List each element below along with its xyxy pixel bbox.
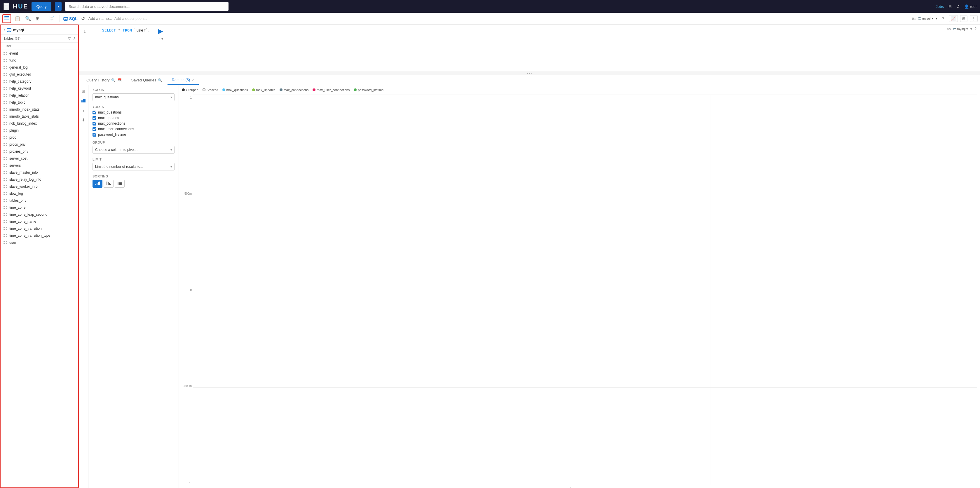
tab-saved-queries[interactable]: Saved Queries 🔍 <box>127 76 166 85</box>
filter-icon[interactable]: ▽ <box>68 37 71 41</box>
table-list-item[interactable]: func <box>1 57 78 64</box>
table-list-item[interactable]: user <box>1 239 78 246</box>
table-list-item[interactable]: innodb_table_stats <box>1 113 78 120</box>
legend-dot-icon <box>280 89 283 91</box>
table-list-item[interactable]: servers <box>1 162 78 169</box>
chart-view-button[interactable]: 📈 <box>949 15 958 22</box>
user-menu[interactable]: 👤 root <box>964 5 977 9</box>
back-arrow-icon[interactable]: ‹ <box>3 27 5 32</box>
v-grid-2 <box>711 95 711 485</box>
table-list-item[interactable]: server_cost <box>1 155 78 162</box>
jobs-link[interactable]: Jobs <box>936 5 944 9</box>
run-controls: ▶ ⊞▾ <box>158 27 163 41</box>
jobs-icon[interactable]: ⊞ <box>948 5 952 9</box>
output-toggle-button[interactable]: ⊞▾ <box>158 37 163 41</box>
table-list-item[interactable]: slow_log <box>1 190 78 197</box>
refresh-icon[interactable]: ↺ <box>72 37 75 41</box>
results-expand-icon[interactable]: ⤢ <box>192 78 195 82</box>
svg-rect-20 <box>120 183 121 185</box>
resize-divider[interactable]: • • • <box>79 71 980 75</box>
table-list-item[interactable]: general_log <box>1 64 78 71</box>
table-list-item[interactable]: proxies_priv <box>1 148 78 155</box>
top-nav: ☰ HUE Query ▾ Jobs ⊞ ↺ 👤 root <box>0 0 980 13</box>
svg-rect-0 <box>5 16 9 17</box>
x-axis-select[interactable]: max_questions <box>92 94 175 101</box>
query-dropdown-button[interactable]: ▾ <box>55 2 62 11</box>
table-list-item[interactable]: help_topic <box>1 99 78 106</box>
history-icon[interactable]: ↺ <box>956 5 959 9</box>
table-list-item[interactable]: slave_worker_info <box>1 183 78 190</box>
table-name-label: procs_priv <box>10 142 25 146</box>
y-field-checkbox-max_updates[interactable] <box>92 116 96 120</box>
y-field-checkbox-max_connections[interactable] <box>92 122 96 126</box>
limit-select[interactable]: Limit the number of results to... <box>92 163 175 170</box>
svg-rect-7 <box>81 100 83 102</box>
table-list-item[interactable]: help_keyword <box>1 85 78 92</box>
grid-layout-icon-btn[interactable]: ⊞ <box>80 87 87 95</box>
search-icon-btn[interactable]: 🔍 <box>24 14 32 22</box>
table-list-item[interactable]: time_zone_leap_second <box>1 211 78 218</box>
sort-asc-button[interactable] <box>92 180 102 188</box>
query-history-search-icon: 🔍 <box>111 78 116 82</box>
user-icon: 👤 <box>964 5 969 9</box>
sort-asc-icon <box>95 181 100 185</box>
y-field-checkbox-max_questions[interactable] <box>92 111 96 114</box>
global-search-input[interactable] <box>65 2 229 11</box>
y-axis-field-item: password_lifetime <box>92 132 175 137</box>
table-grid-icon <box>3 108 8 111</box>
table-list-item[interactable]: gtid_executed <box>1 71 78 78</box>
table-list-item[interactable]: innodb_index_stats <box>1 106 78 113</box>
table-list-item[interactable]: slave_relay_log_info <box>1 176 78 183</box>
table-list-item[interactable]: time_zone_name <box>1 218 78 225</box>
table-list-item[interactable]: tables_priv <box>1 197 78 204</box>
tab-results[interactable]: Results (5) ⤢ <box>167 75 199 85</box>
table-list-item[interactable]: proc <box>1 134 78 141</box>
legend-dot-icon <box>182 89 185 91</box>
table-list-item[interactable]: procs_priv <box>1 141 78 148</box>
code-editor-area[interactable]: 1 SELECT * FROM `user`; <box>79 24 980 36</box>
table-name-label: event <box>10 51 18 56</box>
db-badge[interactable]: mysql ▾ <box>918 17 933 21</box>
table-list-item[interactable]: time_zone_transition <box>1 225 78 232</box>
table-list-item[interactable]: ndb_binlog_index <box>1 120 78 127</box>
sort-desc-button[interactable] <box>103 180 113 188</box>
x-axis-label: X-AXIS <box>92 88 175 92</box>
table-view-button[interactable]: ⊞ <box>960 15 967 22</box>
group-select[interactable]: Choose a column to pivot... <box>92 146 175 154</box>
undo-icon-btn[interactable]: ↺ <box>80 14 86 22</box>
bar-chart-icon-btn[interactable] <box>80 97 87 105</box>
table-list-item[interactable]: plugin <box>1 127 78 134</box>
copy-icon-btn[interactable]: 📋 <box>13 14 22 22</box>
run-query-button[interactable]: ▶ <box>158 27 163 35</box>
tables-filter-input[interactable] <box>1 43 78 50</box>
query-button[interactable]: Query <box>32 2 51 11</box>
table-list-item[interactable]: help_relation <box>1 92 78 99</box>
collapse-icon-btn[interactable]: ‹ <box>80 107 87 114</box>
type-badge[interactable]: ▾ <box>935 17 937 21</box>
file-icon-btn[interactable]: 📄 <box>48 14 56 22</box>
table-grid-icon <box>3 73 8 76</box>
legend-dot-icon <box>354 89 356 91</box>
table-list-item[interactable]: event <box>1 50 78 57</box>
sorting-config: SORTING <box>92 175 175 188</box>
grid-icon-btn[interactable]: ⊞ <box>35 14 41 22</box>
svg-rect-17 <box>110 184 111 185</box>
table-list-item[interactable]: help_category <box>1 78 78 85</box>
table-list-item[interactable]: slave_master_info <box>1 169 78 176</box>
y-field-checkbox-password_lifetime[interactable] <box>92 133 96 137</box>
add-description-field[interactable]: Add a description... <box>115 16 147 21</box>
sort-none-button[interactable] <box>115 180 125 188</box>
table-list-item[interactable]: time_zone_transition_type <box>1 232 78 239</box>
y-field-checkbox-max_user_connections[interactable] <box>92 127 96 131</box>
table-grid-icon <box>3 206 8 209</box>
tab-query-history[interactable]: Query History 🔍 📅 <box>82 76 126 85</box>
query-history-calendar-icon: 📅 <box>117 78 122 82</box>
more-options-button[interactable]: ⋮ <box>970 15 978 22</box>
download-icon-btn[interactable]: ⬇ <box>80 116 87 124</box>
hamburger-menu[interactable]: ☰ <box>3 3 10 10</box>
help-button[interactable]: ? <box>940 15 947 22</box>
sql-code[interactable]: SELECT * FROM `user`; <box>91 24 155 37</box>
tables-icon-btn[interactable] <box>2 14 11 23</box>
add-name-field[interactable]: Add a name... <box>88 16 112 21</box>
table-list-item[interactable]: time_zone <box>1 204 78 211</box>
